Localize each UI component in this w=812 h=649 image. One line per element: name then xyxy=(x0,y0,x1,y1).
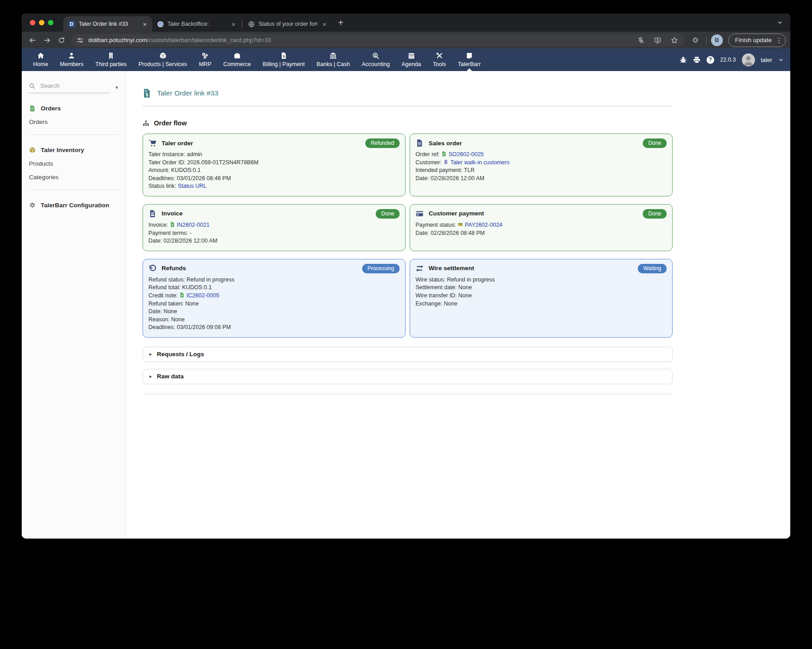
card-title: Wire settlement xyxy=(429,265,474,272)
nav-label: Agenda xyxy=(401,61,421,67)
card-header: Sales order xyxy=(416,139,667,147)
company-icon xyxy=(443,159,449,165)
tab-divider xyxy=(242,20,242,28)
collapsed-section-raw-data[interactable]: ▸Raw data xyxy=(143,369,673,384)
forward-icon[interactable] xyxy=(41,34,53,47)
search-caret-icon[interactable]: ▼ xyxy=(115,85,119,90)
sidebar-divider xyxy=(29,134,119,135)
search-field[interactable] xyxy=(29,82,109,93)
sidebar-section-title[interactable]: Taler Inventory xyxy=(29,147,119,153)
tab-close-icon[interactable]: × xyxy=(141,20,148,28)
browser-tab-taler-backoffice[interactable]: Taler Backoffice:× xyxy=(152,16,241,32)
topnav-item-third-parties[interactable]: Third parties xyxy=(89,48,132,71)
sidebar-section-orders: OrdersOrders xyxy=(29,105,119,125)
doc-green-icon xyxy=(179,292,185,298)
transfer-icon xyxy=(416,264,424,272)
link-status-url[interactable]: Status URL xyxy=(178,183,207,189)
install-icon[interactable] xyxy=(651,34,664,47)
topnav-item-talerbarr[interactable]: TalerBarr xyxy=(452,48,487,71)
browser-tab-taler-order-link-33[interactable]: DTaler Order link #33× xyxy=(63,16,152,32)
printer-icon[interactable] xyxy=(693,56,701,64)
bug-icon[interactable] xyxy=(679,56,687,64)
link-so2602-0025[interactable]: SO2602-0025 xyxy=(449,151,484,157)
header-divider xyxy=(143,106,673,106)
status-badge: Waiting xyxy=(638,264,667,273)
page-title: Taler Order link #33 xyxy=(157,89,218,97)
back-icon[interactable] xyxy=(26,34,39,47)
link-ic2602-0005[interactable]: IC2602-0005 xyxy=(186,292,219,299)
file-invoice-icon xyxy=(148,210,157,218)
browser-tab-status-of-your-order-fororder[interactable]: Status of your order forOrder× xyxy=(243,16,332,32)
topnav-item-accounting[interactable]: $Accounting xyxy=(356,48,396,71)
toolbar-divider xyxy=(706,36,707,44)
topnav-item-mrp[interactable]: MRP xyxy=(193,48,217,71)
reload-icon[interactable] xyxy=(55,34,68,47)
mic-off-icon[interactable] xyxy=(635,34,647,47)
link-taler-walk-in-customers[interactable]: Taler walk-in customers xyxy=(450,159,510,166)
billing-icon: $ xyxy=(280,52,287,59)
topnav-item-agenda[interactable]: Agenda xyxy=(396,48,427,71)
members-icon xyxy=(68,52,75,59)
new-tab-button[interactable]: + xyxy=(338,18,344,27)
browser-menu-icon[interactable]: ⋮ xyxy=(775,37,783,44)
svg-text:$: $ xyxy=(374,54,376,57)
card-line: Deadlines: 03/01/2026 09:08 PM xyxy=(148,324,400,332)
help-icon[interactable]: ? xyxy=(707,56,714,64)
doc-green-icon xyxy=(441,151,447,157)
cart-icon xyxy=(148,139,157,147)
site-info-icon[interactable] xyxy=(76,34,84,47)
collapsed-section-requests-logs[interactable]: ▸Requests / Logs xyxy=(143,347,673,362)
status-badge: Done xyxy=(643,209,667,219)
search-input[interactable] xyxy=(39,82,89,90)
topnav-item-banks-cash[interactable]: Banks | Cash xyxy=(310,48,356,71)
minimize-window-button[interactable] xyxy=(39,20,44,25)
browser-window: DTaler Order link #33×Taler Backoffice:×… xyxy=(22,14,790,539)
link-in2602-0021[interactable]: IN2602-0021 xyxy=(177,222,210,228)
nav-label: Accounting xyxy=(362,61,390,67)
sidebar-section-title[interactable]: TalerBarr Configuration xyxy=(29,202,119,209)
home-icon xyxy=(37,52,44,59)
topnav-item-members[interactable]: Members xyxy=(54,48,89,71)
section-title-text: Taler Inventory xyxy=(41,147,84,153)
user-menu-chevron-icon[interactable] xyxy=(778,57,784,63)
section-label: Requests / Logs xyxy=(157,351,204,358)
page-header: $ Taler Order link #33 xyxy=(143,88,673,98)
maximize-window-button[interactable] xyxy=(48,20,53,25)
taler-favicon xyxy=(157,20,164,28)
topnav-item-commerce[interactable]: Commerce xyxy=(217,48,257,71)
tab-close-icon[interactable]: × xyxy=(321,20,328,28)
topnav-item-products-services[interactable]: Products | Services xyxy=(133,48,193,71)
bottom-divider xyxy=(143,394,673,394)
card-line: Date: 02/28/2026 12:00 AM xyxy=(416,175,667,183)
bookmark-star-icon[interactable] xyxy=(668,34,681,47)
doc-green-icon xyxy=(170,222,175,227)
nav-label: Products | Services xyxy=(139,61,187,67)
tab-close-icon[interactable]: × xyxy=(230,20,237,28)
topnav-item-billing-payment[interactable]: $Billing | Payment xyxy=(257,48,310,71)
sidebar-item-orders[interactable]: Orders xyxy=(29,119,119,125)
extensions-icon[interactable] xyxy=(689,34,702,47)
card-line: Refund taken: None xyxy=(148,300,400,308)
sidebar-section-title[interactable]: Orders xyxy=(29,105,119,112)
link-pay2602-0024[interactable]: PAY2602-0024 xyxy=(465,222,502,228)
address-bar[interactable]: dolibarr.potuzhnyi.com/custom/talerbarr/… xyxy=(72,34,685,47)
order-flow-heading: Order flow xyxy=(143,119,673,127)
sidebar-item-products[interactable]: Products xyxy=(29,160,119,167)
sidebar-item-categories[interactable]: Categories xyxy=(29,174,119,181)
url-text[interactable]: dolibarr.potuzhnyi.com/custom/talerbarr/… xyxy=(88,37,271,43)
topnav-item-tools[interactable]: Tools xyxy=(427,48,452,71)
profile-avatar[interactable]: B xyxy=(711,34,723,46)
username-label: taler xyxy=(761,57,772,63)
tab-title: Status of your order forOrder xyxy=(258,21,317,27)
window-controls xyxy=(22,20,63,25)
order-flow-cards: Taler orderRefundedTaler Instance: admin… xyxy=(143,134,673,338)
url-host: dolibarr.potuzhnyi.com xyxy=(88,37,147,43)
topnav-item-home[interactable]: Home xyxy=(27,48,54,71)
tab-search-chevron-icon[interactable] xyxy=(777,19,783,26)
finish-update-button[interactable]: Finish update ⋮ xyxy=(728,33,786,47)
user-avatar[interactable] xyxy=(742,53,755,67)
close-window-button[interactable] xyxy=(30,20,35,25)
nav-label: Members xyxy=(60,61,83,67)
card-invoice: InvoiceDoneInvoice: IN2602-0021Payment t… xyxy=(143,204,406,251)
svg-text:$: $ xyxy=(146,92,148,97)
